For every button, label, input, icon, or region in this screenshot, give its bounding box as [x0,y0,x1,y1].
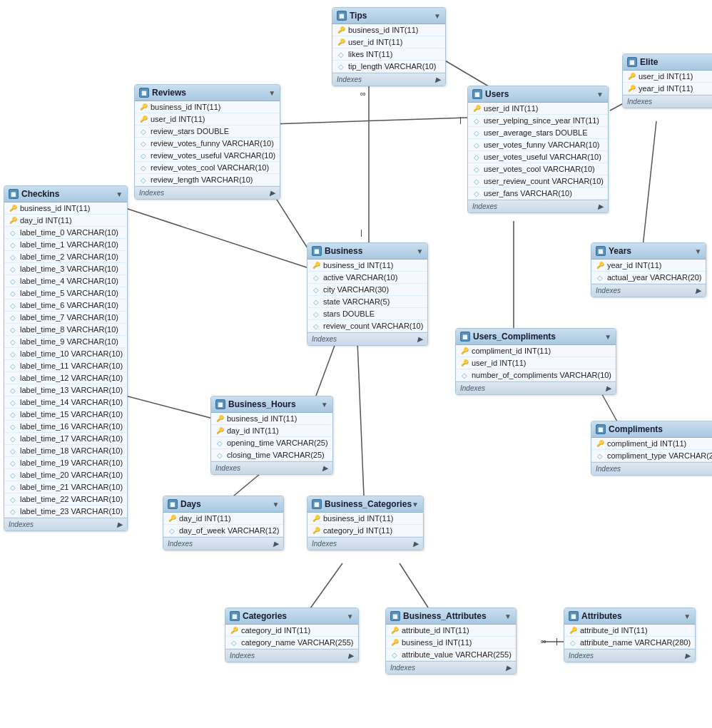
table-dropdown-arrow[interactable]: ▼ [683,612,691,620]
indexes-row[interactable]: Indexes▶ [332,73,445,86]
table-icon: ▦ [390,611,400,621]
indexes-row[interactable]: Indexes▶ [211,461,332,474]
table-header-checkins[interactable]: ▦Checkins▼ [4,186,127,202]
table-header-business_categories[interactable]: ▦Business_Categories▼ [307,496,423,513]
indexes-arrow[interactable]: ▶ [435,76,441,83]
field-row: ◇review_votes_useful VARCHAR(10) [135,150,280,162]
indexes-row[interactable]: Indexes▶ [135,186,280,199]
field-icon: ◇ [9,496,17,503]
field-icon: ◇ [472,117,481,125]
field-row: ◇stars DOUBLE [307,308,427,320]
table-compliments: ▦Compliments▼🔑compliment_id INT(11)◇comp… [591,421,712,476]
table-header-business_attributes[interactable]: ▦Business_Attributes▼ [386,608,516,625]
indexes-label: Indexes [569,652,594,660]
table-dropdown-arrow[interactable]: ▼ [321,401,328,409]
table-header-tips[interactable]: ▦Tips▼ [332,8,445,24]
indexes-arrow[interactable]: ▶ [417,335,423,343]
indexes-arrow[interactable]: ▶ [270,189,275,197]
field-name: label_time_22 VARCHAR(10) [20,495,123,503]
svg-text:|: | [459,116,462,124]
table-dropdown-arrow[interactable]: ▼ [434,12,441,20]
table-header-categories[interactable]: ▦Categories▼ [225,608,358,625]
field-row: ◇label_time_15 VARCHAR(10) [4,409,127,421]
field-name: label_time_4 VARCHAR(10) [20,277,118,285]
table-dropdown-arrow[interactable]: ▼ [695,247,702,255]
table-header-compliments[interactable]: ▦Compliments▼ [591,421,712,438]
indexes-row[interactable]: Indexes▶ [591,462,712,475]
indexes-row[interactable]: Indexes▶ [564,649,695,662]
table-dropdown-arrow[interactable]: ▼ [347,612,354,620]
table-dropdown-arrow[interactable]: ▼ [412,501,419,508]
table-dropdown-arrow[interactable]: ▼ [273,501,280,508]
table-header-days[interactable]: ▦Days▼ [163,496,283,513]
indexes-row[interactable]: Indexes▶ [4,518,127,530]
indexes-row[interactable]: Indexes▶ [163,537,283,550]
indexes-label: Indexes [337,76,362,83]
table-checkins: ▦Checkins▼🔑business_id INT(11)🔑day_id IN… [4,185,128,531]
indexes-arrow[interactable]: ▶ [606,384,611,392]
field-row: ◇attribute_value VARCHAR(255) [386,649,516,661]
field-name: label_time_11 VARCHAR(10) [20,362,123,370]
key-icon: 🔑 [627,73,636,80]
field-icon: ◇ [390,651,399,659]
table-header-years[interactable]: ▦Years▼ [591,243,706,260]
key-icon: 🔑 [596,440,604,447]
table-icon: ▦ [569,611,579,621]
indexes-row[interactable]: Indexes▶ [307,537,423,550]
field-name: compliment_id INT(11) [607,439,686,448]
table-header-reviews[interactable]: ▦Reviews▼ [135,85,280,101]
indexes-arrow[interactable]: ▶ [413,540,419,548]
table-dropdown-arrow[interactable]: ▼ [268,89,275,97]
indexes-arrow[interactable]: ▶ [696,287,701,294]
field-name: year_id INT(11) [607,261,661,270]
field-icon: ◇ [472,153,481,161]
indexes-arrow[interactable]: ▶ [685,652,691,660]
field-icon: ◇ [9,435,17,443]
indexes-row[interactable]: Indexes▶ [225,649,358,662]
svg-text:|: | [556,637,558,645]
table-dropdown-arrow[interactable]: ▼ [504,612,512,620]
table-label: Categories [243,611,287,621]
indexes-row[interactable]: Indexes▶ [386,661,516,674]
field-row: ◇user_yelping_since_year INT(11) [468,115,608,127]
indexes-arrow[interactable]: ▶ [598,202,604,210]
table-header-elite[interactable]: ▦Elite▼ [623,54,712,71]
key-icon: 🔑 [596,262,604,269]
table-categories: ▦Categories▼🔑category_id INT(11)◇categor… [225,607,359,662]
indexes-row[interactable]: Indexes▶ [456,381,616,394]
table-header-users_compliments[interactable]: ▦Users_Compliments▼ [456,329,616,345]
indexes-arrow[interactable]: ▶ [506,664,512,672]
table-label: Elite [640,57,658,67]
field-name: label_time_3 VARCHAR(10) [20,265,118,273]
table-header-users[interactable]: ▦Users▼ [468,86,608,103]
table-icon: ▦ [9,189,19,199]
indexes-arrow[interactable]: ▶ [348,652,354,660]
field-icon: ◇ [139,140,148,148]
table-dropdown-arrow[interactable]: ▼ [596,91,604,98]
field-row: 🔑business_id INT(11) [135,101,280,113]
table-dropdown-arrow[interactable]: ▼ [116,190,123,198]
field-icon: ◇ [312,322,320,330]
indexes-arrow[interactable]: ▶ [117,521,123,528]
indexes-arrow[interactable]: ▶ [322,464,328,472]
field-row: ◇user_votes_useful VARCHAR(10) [468,151,608,163]
table-header-attributes[interactable]: ▦Attributes▼ [564,608,695,625]
table-days: ▦Days▼🔑day_id INT(11)◇day_of_week VARCHA… [163,496,284,550]
table-dropdown-arrow[interactable]: ▼ [604,333,611,341]
table-header-business[interactable]: ▦Business▼ [307,243,427,260]
field-row: ◇review_votes_funny VARCHAR(10) [135,138,280,150]
field-row: ◇label_time_2 VARCHAR(10) [4,251,127,263]
table-dropdown-arrow[interactable]: ▼ [417,247,424,255]
indexes-label: Indexes [596,465,621,473]
table-header-business_hours[interactable]: ▦Business_Hours▼ [211,396,332,413]
indexes-row[interactable]: Indexes▶ [468,200,608,212]
field-icon: ◇ [312,286,320,294]
table-reviews: ▦Reviews▼🔑business_id INT(11)🔑user_id IN… [134,84,280,200]
field-name: label_time_9 VARCHAR(10) [20,337,118,346]
indexes-row[interactable]: Indexes▶ [623,95,712,108]
svg-line-8 [121,207,317,271]
field-name: label_time_10 VARCHAR(10) [20,349,123,358]
indexes-row[interactable]: Indexes▶ [591,284,706,297]
indexes-row[interactable]: Indexes▶ [307,332,427,345]
indexes-arrow[interactable]: ▶ [273,540,279,548]
